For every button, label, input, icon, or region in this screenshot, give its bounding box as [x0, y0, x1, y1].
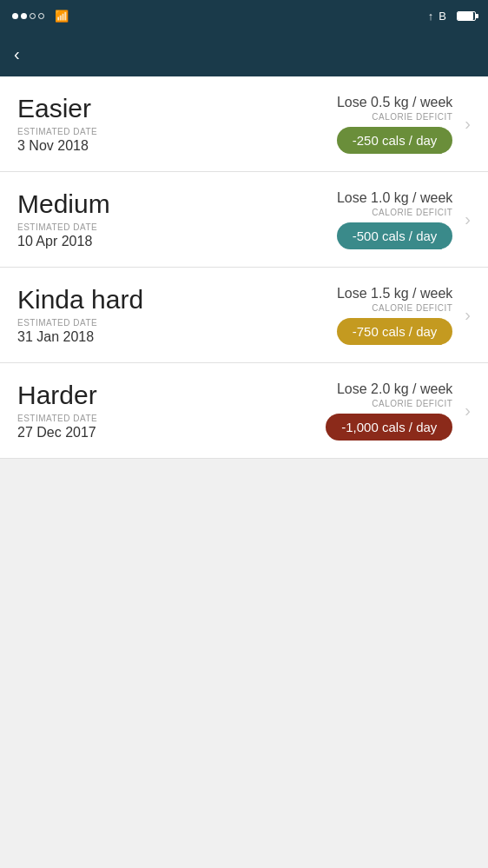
- battery-icon: [457, 11, 476, 21]
- status-right: ↑ B: [428, 10, 476, 23]
- plan-right-1: Lose 1.0 kg / week CALORIE DEFICIT -500 …: [337, 190, 471, 249]
- plan-name-3: Harder: [17, 381, 326, 410]
- plan-pill-3: -1,000 cals / day: [326, 414, 452, 441]
- plan-row-3[interactable]: Harder ESTIMATED DATE 27 Dec 2017 Lose 2…: [0, 363, 488, 459]
- chevron-right-icon-1: ›: [465, 209, 471, 229]
- plan-loss-0: Lose 0.5 kg / week: [337, 95, 453, 110]
- plan-est-date-3: 27 Dec 2017: [17, 425, 326, 441]
- dot-3: [30, 13, 36, 19]
- plan-deficit-label-3: CALORIE DEFICIT: [326, 399, 452, 408]
- plan-est-label-2: ESTIMATED DATE: [17, 318, 337, 328]
- status-left: 📶: [12, 10, 69, 23]
- plan-info-3: Lose 2.0 kg / week CALORIE DEFICIT -1,00…: [326, 381, 452, 441]
- plan-left-2: Kinda hard ESTIMATED DATE 31 Jan 2018: [17, 285, 337, 345]
- nav-bar: ‹: [0, 31, 488, 76]
- plan-loss-3: Lose 2.0 kg / week: [326, 381, 452, 397]
- plan-row-1[interactable]: Medium ESTIMATED DATE 10 Apr 2018 Lose 1…: [0, 172, 488, 268]
- plan-row-0[interactable]: Easier ESTIMATED DATE 3 Nov 2018 Lose 0.…: [0, 76, 488, 172]
- plan-info-0: Lose 0.5 kg / week CALORIE DEFICIT -250 …: [337, 95, 453, 154]
- plan-left-0: Easier ESTIMATED DATE 3 Nov 2018: [17, 94, 337, 154]
- plan-deficit-label-0: CALORIE DEFICIT: [337, 112, 453, 122]
- plan-est-label-0: ESTIMATED DATE: [17, 127, 337, 136]
- dot-1: [12, 13, 18, 19]
- plan-row-2[interactable]: Kinda hard ESTIMATED DATE 31 Jan 2018 Lo…: [0, 268, 488, 363]
- plan-info-1: Lose 1.0 kg / week CALORIE DEFICIT -500 …: [337, 190, 453, 249]
- chevron-right-icon-0: ›: [465, 114, 471, 134]
- plan-pill-2: -750 cals / day: [337, 318, 453, 345]
- plan-loss-2: Lose 1.5 kg / week: [337, 286, 453, 301]
- plan-name-0: Easier: [17, 94, 337, 123]
- back-button[interactable]: ‹: [14, 45, 23, 63]
- location-icon: ↑: [428, 10, 434, 23]
- plan-right-0: Lose 0.5 kg / week CALORIE DEFICIT -250 …: [337, 95, 471, 154]
- plan-left-1: Medium ESTIMATED DATE 10 Apr 2018: [17, 189, 337, 249]
- plan-est-date-2: 31 Jan 2018: [17, 329, 337, 345]
- chevron-right-icon-2: ›: [465, 305, 471, 325]
- plan-pill-0: -250 cals / day: [337, 127, 453, 154]
- back-chevron-icon: ‹: [14, 45, 20, 63]
- plan-info-2: Lose 1.5 kg / week CALORIE DEFICIT -750 …: [337, 286, 453, 345]
- battery-fill: [458, 12, 473, 20]
- plan-right-3: Lose 2.0 kg / week CALORIE DEFICIT -1,00…: [326, 381, 471, 441]
- dot-2: [21, 13, 27, 19]
- plan-loss-1: Lose 1.0 kg / week: [337, 190, 453, 206]
- bottom-fill: [0, 459, 488, 667]
- plan-right-2: Lose 1.5 kg / week CALORIE DEFICIT -750 …: [337, 286, 471, 345]
- plan-list: Easier ESTIMATED DATE 3 Nov 2018 Lose 0.…: [0, 76, 488, 459]
- bluetooth-icon: B: [439, 10, 446, 23]
- plan-est-date-0: 3 Nov 2018: [17, 138, 337, 154]
- wifi-icon: 📶: [55, 10, 69, 23]
- signal-dots: [12, 13, 44, 19]
- plan-name-2: Kinda hard: [17, 285, 337, 315]
- plan-est-label-1: ESTIMATED DATE: [17, 222, 337, 232]
- plan-deficit-label-2: CALORIE DEFICIT: [337, 303, 453, 313]
- chevron-right-icon-3: ›: [465, 401, 471, 421]
- plan-est-date-1: 10 Apr 2018: [17, 234, 337, 249]
- plan-left-3: Harder ESTIMATED DATE 27 Dec 2017: [17, 381, 326, 441]
- plan-name-1: Medium: [17, 189, 337, 219]
- plan-est-label-3: ESTIMATED DATE: [17, 414, 326, 423]
- plan-pill-1: -500 cals / day: [337, 222, 453, 249]
- dot-4: [38, 13, 44, 19]
- status-bar: 📶 ↑ B: [0, 0, 488, 31]
- plan-deficit-label-1: CALORIE DEFICIT: [337, 208, 453, 217]
